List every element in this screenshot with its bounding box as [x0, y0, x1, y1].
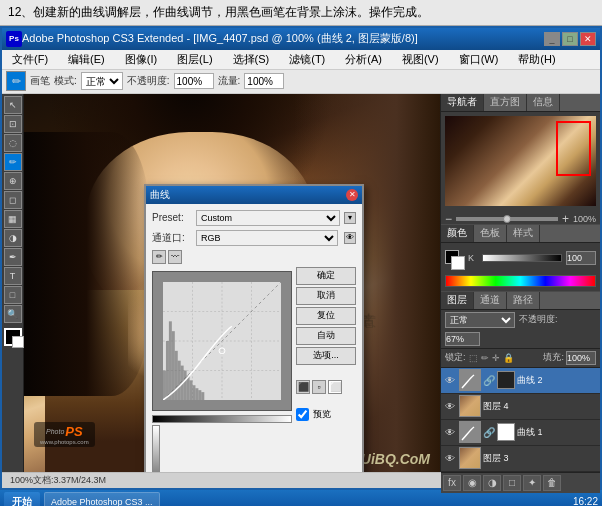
foreground-color-swatch[interactable] [4, 328, 22, 346]
selection-tool-icon[interactable]: ↖ [4, 96, 22, 114]
preview-checkbox[interactable] [296, 408, 309, 421]
layer-item-curve2[interactable]: 👁 🔗 曲线 2 [441, 368, 600, 394]
delete-layer-button[interactable]: 🗑 [543, 475, 561, 491]
menu-image[interactable]: 图像(I) [119, 50, 163, 69]
layer-eye-layer3[interactable]: 👁 [443, 451, 457, 465]
layer-eye-curve1[interactable]: 👁 [443, 425, 457, 439]
minimize-button[interactable]: _ [544, 32, 560, 46]
curves-smooth-icon[interactable]: 〰 [168, 250, 182, 264]
tab-info[interactable]: 信息 [527, 94, 560, 111]
curves-preset-select[interactable]: Custom [196, 210, 340, 226]
layers-mode-select[interactable]: 正常 [445, 312, 515, 328]
tab-histogram[interactable]: 直方图 [484, 94, 527, 111]
pen-tool-icon[interactable]: ✒ [4, 248, 22, 266]
tab-layers[interactable]: 图层 [441, 292, 474, 309]
curves-graph-inner [163, 282, 281, 400]
zoom-value-display: 100% [573, 214, 596, 224]
clone-tool-icon[interactable]: ⊕ [4, 172, 22, 190]
tab-navigator[interactable]: 导航者 [441, 94, 484, 111]
black-eyedropper-icon[interactable]: ⬛ [296, 380, 310, 394]
curves-preview-row: 预览 [296, 408, 356, 421]
layer-item-layer3[interactable]: 👁 图层 3 [441, 446, 600, 472]
color-fg-bg[interactable] [445, 250, 465, 270]
gradient-tool-icon[interactable]: ▦ [4, 210, 22, 228]
taskbar-time: 16:22 [573, 496, 598, 506]
menu-filter[interactable]: 滤镜(T) [283, 50, 331, 69]
layer-item-layer4[interactable]: 👁 图层 4 [441, 394, 600, 420]
photoshop-window: Ps Adobe Photoshop CS3 Extended - [IMG_4… [0, 26, 602, 490]
zoom-out-button[interactable]: − [445, 212, 452, 226]
menu-help[interactable]: 帮助(H) [512, 50, 561, 69]
color-k-value[interactable] [566, 251, 596, 265]
zoom-slider-handle[interactable] [503, 215, 511, 223]
menu-window[interactable]: 窗口(W) [453, 50, 505, 69]
curves-channel-select[interactable]: RGB [196, 230, 338, 246]
text-tool-icon[interactable]: T [4, 267, 22, 285]
curves-options-button[interactable]: 选项... [296, 347, 356, 365]
lock-position-icon[interactable]: ✛ [492, 353, 500, 363]
curves-pencil-icon[interactable]: ✏ [152, 250, 166, 264]
maximize-button[interactable]: □ [562, 32, 578, 46]
new-group-button[interactable]: □ [503, 475, 521, 491]
layer-mask-thumb-curve1 [497, 423, 515, 441]
layer-thumb-curve2 [459, 369, 481, 391]
new-adjustment-layer-button[interactable]: ◑ [483, 475, 501, 491]
color-k-slider[interactable] [482, 254, 562, 262]
background-swatch[interactable] [451, 256, 465, 270]
menu-file[interactable]: 文件(F) [6, 50, 54, 69]
curves-expand-button[interactable]: ▾ [344, 212, 356, 224]
new-layer-button[interactable]: ✦ [523, 475, 541, 491]
zoom-slider[interactable] [456, 217, 558, 221]
menu-edit[interactable]: 编辑(E) [62, 50, 111, 69]
curves-close-button[interactable]: ✕ [346, 189, 358, 201]
curves-eye-icon[interactable]: 👁 [344, 232, 356, 244]
tab-color[interactable]: 颜色 [441, 225, 474, 242]
tab-channels[interactable]: 通道 [474, 292, 507, 309]
canvas-area: 古意 Photo PS www.photops.com 曲线 ✕ [24, 94, 440, 472]
zoom-tool-icon[interactable]: 🔍 [4, 305, 22, 323]
tab-paths[interactable]: 路径 [507, 292, 540, 309]
layer-style-button[interactable]: fx [443, 475, 461, 491]
brush-tool-icon[interactable]: ✏ [6, 71, 26, 91]
lock-pixels-icon[interactable]: ✏ [481, 353, 489, 363]
tab-swatches[interactable]: 色板 [474, 225, 507, 242]
opacity-label: 不透明度: [519, 313, 558, 326]
tab-styles[interactable]: 样式 [507, 225, 540, 242]
menu-select[interactable]: 选择(S) [227, 50, 276, 69]
crop-tool-icon[interactable]: ⊡ [4, 115, 22, 133]
mode-select[interactable]: 正常 [81, 72, 123, 90]
fill-input[interactable] [566, 351, 596, 365]
taskbar-ps-button[interactable]: Adobe Photoshop CS3 ... [44, 492, 160, 506]
layer-chain-curve1: 🔗 [483, 427, 495, 438]
lock-all-icon[interactable]: 🔒 [503, 353, 514, 363]
layer-item-curve1[interactable]: 👁 🔗 曲线 1 [441, 420, 600, 446]
shape-tool-icon[interactable]: □ [4, 286, 22, 304]
menu-analysis[interactable]: 分析(A) [339, 50, 388, 69]
start-button[interactable]: 开始 [4, 492, 40, 506]
fill-label: 填充: [543, 351, 564, 364]
eraser-tool-icon[interactable]: ◻ [4, 191, 22, 209]
flow-input[interactable] [244, 73, 284, 89]
curves-auto-button[interactable]: 自动 [296, 327, 356, 345]
lasso-tool-icon[interactable]: ◌ [4, 134, 22, 152]
menu-layer[interactable]: 图层(L) [171, 50, 218, 69]
dodge-tool-icon[interactable]: ◑ [4, 229, 22, 247]
zoom-in-button[interactable]: + [562, 212, 569, 226]
brush-tool-btn[interactable]: ✏ [4, 153, 22, 171]
menu-view[interactable]: 视图(V) [396, 50, 445, 69]
white-eyedropper-icon[interactable]: ⬜ [328, 380, 342, 394]
curves-cancel-button[interactable]: 取消 [296, 287, 356, 305]
layer-eye-layer4[interactable]: 👁 [443, 399, 457, 413]
layers-opacity-input[interactable] [445, 332, 480, 346]
curves-graph[interactable] [152, 271, 292, 411]
curves-ok-button[interactable]: 确定 [296, 267, 356, 285]
layer-mask-button[interactable]: ◉ [463, 475, 481, 491]
opacity-input[interactable] [174, 73, 214, 89]
curves-output-row [152, 425, 356, 472]
close-button[interactable]: ✕ [580, 32, 596, 46]
curves-reset-button[interactable]: 复位 [296, 307, 356, 325]
layer-eye-curve2[interactable]: 👁 [443, 373, 457, 387]
color-spectrum-bar[interactable] [445, 275, 596, 287]
gray-eyedropper-icon[interactable]: ▫ [312, 380, 326, 394]
lock-transparent-icon[interactable]: ⬚ [469, 353, 478, 363]
